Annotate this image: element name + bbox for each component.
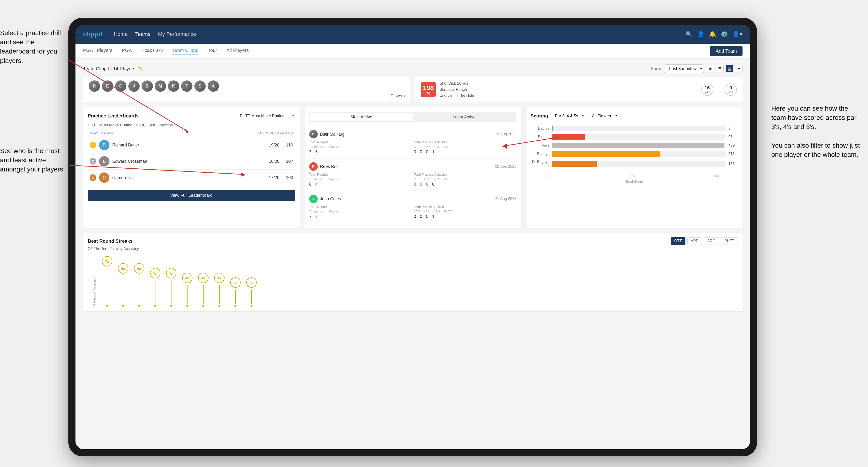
subnav-tour[interactable]: Tour bbox=[208, 48, 217, 55]
bar-fill-bogeys bbox=[552, 151, 659, 157]
subnav-pgat[interactable]: PGAT Players bbox=[83, 48, 113, 55]
streak-point-10: 3x bbox=[246, 277, 257, 307]
show-label: Show bbox=[651, 66, 661, 71]
bar-row-pars: Pars 499 bbox=[530, 143, 738, 148]
activity-pa-header-1: B Blair McHarg 26 Aug 2023 bbox=[309, 130, 517, 138]
best-round-streaks-section: Best Round Streaks OTT APP ARG PUTT Off … bbox=[83, 232, 743, 311]
lb-score-3: 17/20 bbox=[269, 175, 280, 180]
rank-badge-3: 3 bbox=[90, 174, 96, 181]
leaderboard-row[interactable]: 2 E Edward Crossman 18/20 107 bbox=[88, 153, 295, 169]
streak-line-2 bbox=[123, 276, 123, 304]
profile-icon[interactable]: 👤 bbox=[697, 31, 704, 37]
player-avatar-4[interactable]: J bbox=[128, 81, 140, 92]
view-full-leaderboard-button[interactable]: View Full Leaderboard bbox=[88, 190, 295, 201]
bar-value-dbogeys: 131 bbox=[728, 162, 738, 166]
bar-label-pars: Pars bbox=[530, 144, 549, 148]
user-avatar-icon[interactable]: 👤▾ bbox=[733, 31, 743, 37]
player-avatar-1[interactable]: R bbox=[89, 81, 100, 92]
streak-point-7: 4x bbox=[198, 273, 209, 307]
streak-line-3 bbox=[139, 276, 140, 304]
team-title: Team Clippd | 14 Players ✏️ bbox=[83, 66, 144, 71]
activity-player-row-3: J Josh Coles 26 Aug 2023 Total Rounds To… bbox=[309, 191, 517, 223]
leaderboard-card-header: Practice Leaderboards PUTT Must Make Put… bbox=[88, 112, 295, 120]
subnav-all-players[interactable]: All Players bbox=[226, 48, 249, 55]
streak-point-2: 6x bbox=[118, 263, 128, 307]
activity-date-2: 02 Sep 2023 bbox=[495, 164, 517, 168]
player-avatar-3[interactable]: C bbox=[115, 81, 126, 92]
activity-card: Most Active Least Active B Blair McHarg … bbox=[305, 107, 521, 228]
streak-dot-5 bbox=[170, 305, 172, 307]
streak-bubble-2: 6x bbox=[118, 263, 128, 274]
activity-player-name-1: B Blair McHarg bbox=[309, 130, 345, 138]
streak-dot-4 bbox=[154, 305, 156, 307]
player-avatar-6[interactable]: M bbox=[155, 81, 166, 92]
main-content: Team Clippd | 14 Players ✏️ Show Last 3 … bbox=[75, 59, 750, 449]
nav-home[interactable]: Home bbox=[114, 31, 128, 37]
settings-icon[interactable]: ⚙️ bbox=[721, 31, 728, 37]
x-axis-label: Total Shots bbox=[530, 180, 738, 184]
scoring-players-filter[interactable]: All Players bbox=[588, 112, 618, 120]
shot-yds-row: 16 yds → 0 yds bbox=[701, 84, 737, 96]
streak-bubble-8: 4x bbox=[214, 273, 224, 283]
lb-avg-3: 103 bbox=[286, 175, 293, 180]
player-avatar-7[interactable]: K bbox=[168, 81, 179, 92]
show-select[interactable]: Last 3 months bbox=[665, 64, 703, 73]
grid-view-icon[interactable]: ⊞ bbox=[707, 65, 714, 72]
bar-row-eagles: Eagles 3 bbox=[530, 126, 738, 131]
subnav-pga[interactable]: PGA bbox=[122, 48, 132, 55]
lb-avatar-1: R bbox=[99, 140, 110, 150]
lb-score-2: 18/20 bbox=[269, 159, 280, 164]
streak-point-4: 5x bbox=[150, 268, 160, 307]
nav-teams[interactable]: Teams bbox=[135, 31, 151, 37]
player-avatar-2[interactable]: E bbox=[102, 81, 113, 92]
bar-track-birdies bbox=[552, 134, 725, 140]
leaderboard-header: PLAYER NAME PB SCORE PB AVG SQ bbox=[88, 131, 295, 135]
player-avatar-5[interactable]: B bbox=[142, 81, 153, 92]
card-view-icon[interactable]: ▦ bbox=[725, 65, 733, 72]
lb-name-2: Edward Crossman bbox=[112, 159, 266, 164]
tablet-frame: clippd Home Teams My Performance 🔍 👤 🔔 ⚙… bbox=[68, 18, 757, 456]
streak-bubble-3: 6x bbox=[134, 263, 144, 274]
filter-app-button[interactable]: APP bbox=[687, 237, 702, 245]
nav-my-performance[interactable]: My Performance bbox=[158, 31, 196, 37]
scoring-par-filter[interactable]: Par 3, 4 & 5s bbox=[551, 112, 585, 120]
streak-chart: % Fairway Accuracy 7x 6x bbox=[88, 255, 738, 307]
filter-ott-button[interactable]: OTT bbox=[671, 237, 685, 245]
filter-arg-button[interactable]: ARG bbox=[704, 237, 719, 245]
player-avatar-8[interactable]: T bbox=[181, 81, 192, 92]
streak-line-9 bbox=[235, 290, 236, 304]
table-view-icon[interactable]: ≡ bbox=[735, 65, 743, 72]
add-team-button[interactable]: Add Team bbox=[710, 46, 743, 56]
most-active-tab[interactable]: Most Active bbox=[310, 113, 413, 121]
streak-subtitle: Off The Tee, Fairway Accuracy bbox=[88, 247, 738, 251]
notification-icon[interactable]: 🔔 bbox=[709, 31, 716, 37]
top-navigation: clippd Home Teams My Performance 🔍 👤 🔔 ⚙… bbox=[75, 25, 750, 44]
streak-y-label: % Fairway Accuracy bbox=[92, 277, 96, 307]
bar-value-bogeys: 311 bbox=[728, 152, 738, 156]
leaderboard-row[interactable]: 3 C Cameron... 17/20 103 bbox=[88, 169, 295, 186]
search-icon[interactable]: 🔍 bbox=[685, 31, 692, 37]
least-active-tab[interactable]: Least Active bbox=[413, 113, 516, 121]
view-icons: ⊞ ☰ ▦ ≡ bbox=[707, 65, 743, 72]
practice-val-1: 6 bbox=[315, 150, 318, 154]
sub-nav-items: PGAT Players PGA Hcaps 1-5 Team Clippd T… bbox=[83, 48, 710, 55]
activity-avatar-3: J bbox=[309, 195, 318, 203]
subnav-team-clippd[interactable]: Team Clippd bbox=[172, 48, 198, 55]
streak-dot-6 bbox=[186, 305, 188, 307]
drill-select[interactable]: PUTT Must Make Putting... bbox=[236, 112, 295, 120]
bar-track-eagles bbox=[552, 126, 725, 131]
activity-stats-1: Total Rounds Tournament Practice 7 6 bbox=[309, 140, 517, 154]
list-view-icon[interactable]: ☰ bbox=[716, 65, 724, 72]
player-avatar-9[interactable]: S bbox=[194, 81, 206, 92]
streak-line-7 bbox=[203, 285, 204, 304]
subnav-hcaps[interactable]: Hcaps 1-5 bbox=[141, 48, 163, 55]
player-avatar-10[interactable]: A bbox=[208, 81, 219, 92]
rank-badge-2: 2 bbox=[90, 158, 96, 165]
streak-point-3: 6x bbox=[134, 263, 144, 307]
filter-putt-button[interactable]: PUTT bbox=[721, 237, 738, 245]
lb-avg-1: 110 bbox=[286, 143, 293, 148]
streak-bubble-4: 5x bbox=[150, 268, 160, 278]
streak-line-10 bbox=[251, 290, 252, 304]
edit-icon[interactable]: ✏️ bbox=[139, 67, 144, 71]
leaderboard-row[interactable]: 1 R Richard Butler 19/20 110 bbox=[88, 137, 295, 153]
